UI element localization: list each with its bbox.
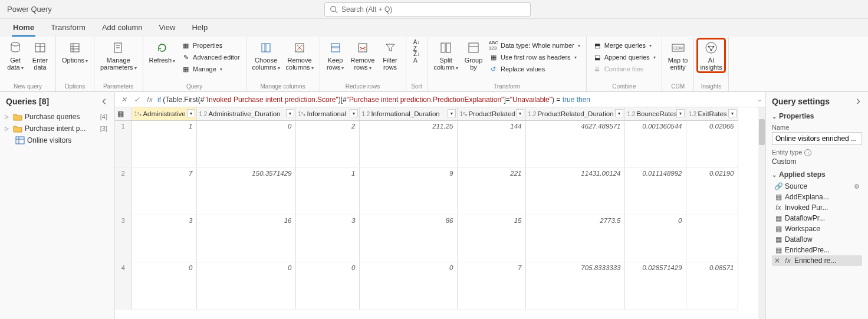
options-button[interactable]: Options bbox=[60, 39, 90, 66]
map-to-entity-button[interactable]: CDMMap to entity bbox=[666, 39, 691, 72]
remove-rows-button[interactable]: Remove rows bbox=[348, 39, 377, 73]
merge-queries-button[interactable]: ⬒Merge queries bbox=[590, 40, 658, 51]
table-icon: ▦ bbox=[774, 193, 782, 201]
fx-icon: fx bbox=[784, 256, 792, 265]
manage-button[interactable]: ▦Manage bbox=[179, 64, 242, 74]
data-row[interactable]: 1102211.251444627.4895710.0013605440.020… bbox=[115, 120, 738, 167]
step-item[interactable]: ✕fxEnriched re... bbox=[772, 255, 862, 266]
vertical-scrollbar[interactable] bbox=[758, 107, 765, 319]
queries-pane: Queries [8] ▷ Purchase queries [4] ▷ Pur… bbox=[0, 92, 115, 319]
fx-icon: fx bbox=[774, 203, 782, 212]
refresh-button[interactable]: Refresh bbox=[147, 39, 178, 66]
get-data-button[interactable]: Get data bbox=[4, 39, 27, 73]
first-row-headers-button[interactable]: ▦Use first row as headers bbox=[486, 52, 583, 63]
scrollbar-thumb[interactable] bbox=[759, 119, 765, 145]
query-name-input[interactable] bbox=[772, 132, 862, 145]
step-item[interactable]: ▦DataflowPr... bbox=[772, 213, 862, 223]
split-column-button[interactable]: Split column bbox=[432, 39, 461, 73]
svg-rect-23 bbox=[441, 43, 445, 52]
step-item[interactable]: ▦AddExplana... bbox=[772, 192, 862, 202]
tab-addcolumn[interactable]: Add column bbox=[94, 19, 151, 37]
column-filter-icon[interactable]: ▾ bbox=[676, 109, 685, 117]
choose-columns-button[interactable]: Choose columns bbox=[250, 39, 282, 73]
step-item[interactable]: ▦Dataflow bbox=[772, 234, 862, 245]
column-filter-icon[interactable]: ▾ bbox=[516, 109, 524, 117]
query-table[interactable]: Online visitors bbox=[2, 134, 112, 146]
combine-files-button: ⇊Combine files bbox=[590, 64, 658, 74]
remove-rows-icon bbox=[355, 40, 370, 55]
column-header[interactable]: 1²₃Informational▾ bbox=[295, 107, 359, 120]
column-header[interactable]: 1.2ExitRates▾ bbox=[686, 107, 738, 120]
data-row[interactable]: 400007705.83333330.0285714290.08571 bbox=[115, 262, 738, 309]
group-by-button[interactable]: Group by bbox=[462, 39, 485, 72]
expand-icon[interactable]: ▷ bbox=[5, 114, 11, 120]
data-row[interactable]: 27150.35714291922111431.001240.011148992… bbox=[115, 167, 738, 215]
select-all-corner[interactable]: ▦ bbox=[115, 107, 131, 120]
data-grid[interactable]: ▦ 1²₃Administrative▾ 1.2Administrative_D… bbox=[115, 107, 738, 310]
applied-steps-section[interactable]: Applied steps bbox=[772, 170, 862, 179]
search-box[interactable] bbox=[324, 2, 531, 17]
gear-icon[interactable]: ⚙ bbox=[854, 183, 860, 190]
tab-view[interactable]: View bbox=[151, 19, 184, 37]
settings-title: Query settings bbox=[772, 97, 830, 106]
cancel-icon[interactable]: ✕ bbox=[119, 94, 129, 105]
tab-home[interactable]: Home bbox=[5, 19, 42, 37]
step-item[interactable]: fxInvoked Pur... bbox=[772, 202, 862, 213]
column-header[interactable]: 1²₃Administrative▾ bbox=[131, 107, 196, 120]
entity-type-value: Custom bbox=[772, 157, 862, 166]
formula-text[interactable]: if (Table.First(#"Invoked Purchase inten… bbox=[157, 96, 755, 104]
sort-asc-button[interactable]: A↓Z bbox=[410, 40, 424, 51]
ribbon: Get data Enter data New query Options Op… bbox=[0, 37, 868, 92]
step-item[interactable]: ▦Workspace bbox=[772, 223, 862, 234]
column-header[interactable]: 1.2BounceRates▾ bbox=[624, 107, 686, 120]
replace-values-button[interactable]: ↺Replace values bbox=[486, 64, 583, 74]
search-input[interactable] bbox=[341, 5, 525, 14]
properties-section[interactable]: Properties bbox=[772, 112, 862, 120]
column-header[interactable]: 1.2Informational_Duration▾ bbox=[359, 107, 457, 120]
column-header[interactable]: 1²₃ProductRelated▾ bbox=[457, 107, 525, 120]
step-item[interactable]: 🔗Source⚙ bbox=[772, 181, 862, 192]
manage-parameters-button[interactable]: Manage parameters bbox=[98, 39, 139, 73]
filter-rows-button[interactable]: Filter rows bbox=[379, 39, 402, 72]
expand-pane-icon[interactable] bbox=[854, 97, 862, 106]
name-label: Name bbox=[772, 124, 862, 131]
query-folder[interactable]: ▷ Purchase intent p... [3] bbox=[2, 123, 112, 134]
commit-icon[interactable]: ✓ bbox=[131, 94, 142, 105]
group-label-sort: Sort bbox=[410, 82, 424, 91]
column-filter-icon[interactable]: ▾ bbox=[187, 109, 195, 117]
svg-text:CDM: CDM bbox=[673, 46, 683, 50]
column-filter-icon[interactable]: ▾ bbox=[728, 109, 737, 117]
tab-help[interactable]: Help bbox=[183, 19, 216, 37]
expand-icon[interactable]: ▷ bbox=[5, 126, 11, 131]
column-filter-icon[interactable]: ▾ bbox=[615, 109, 623, 117]
link-icon: 🔗 bbox=[774, 182, 782, 190]
info-icon[interactable]: i bbox=[804, 149, 811, 156]
data-type-button[interactable]: ABC123Data type: Whole number bbox=[486, 40, 583, 51]
query-folder[interactable]: ▷ Purchase queries [4] bbox=[2, 111, 112, 123]
data-row[interactable]: 3316386152773.50 bbox=[115, 215, 738, 262]
column-filter-icon[interactable]: ▾ bbox=[286, 109, 294, 117]
properties-button[interactable]: ▦Properties bbox=[179, 40, 242, 51]
remove-columns-button[interactable]: Remove columns bbox=[284, 39, 316, 73]
tab-transform[interactable]: Transform bbox=[42, 19, 94, 37]
search-icon bbox=[330, 5, 338, 14]
column-header[interactable]: 1.2ProductRelated_Duration▾ bbox=[525, 107, 624, 120]
enter-data-button[interactable]: Enter data bbox=[28, 39, 52, 72]
column-filter-icon[interactable]: ▾ bbox=[350, 109, 358, 117]
fx-icon: fx bbox=[144, 94, 155, 105]
svg-rect-25 bbox=[469, 43, 478, 52]
advanced-editor-button[interactable]: ✎Advanced editor bbox=[179, 52, 242, 63]
sort-desc-button[interactable]: Z↓A bbox=[410, 52, 424, 63]
delete-step-icon[interactable]: ✕ bbox=[774, 256, 780, 265]
column-header[interactable]: 1.2Administrative_Duration▾ bbox=[196, 107, 295, 120]
keep-rows-button[interactable]: Keep rows bbox=[324, 39, 347, 73]
expand-formula-icon[interactable]: ⌄ bbox=[757, 96, 762, 103]
app-title: Power Query bbox=[0, 5, 52, 14]
ai-insights-button[interactable]: AI insights bbox=[698, 39, 724, 72]
table-icon bbox=[32, 40, 48, 55]
formula-bar[interactable]: ✕ ✓ fx if (Table.First(#"Invoked Purchas… bbox=[115, 92, 765, 107]
column-filter-icon[interactable]: ▾ bbox=[448, 109, 456, 117]
collapse-pane-icon[interactable] bbox=[100, 97, 108, 106]
step-item[interactable]: ▦EnrichedPre... bbox=[772, 245, 862, 255]
append-queries-button[interactable]: ⬓Append queries bbox=[590, 52, 658, 63]
